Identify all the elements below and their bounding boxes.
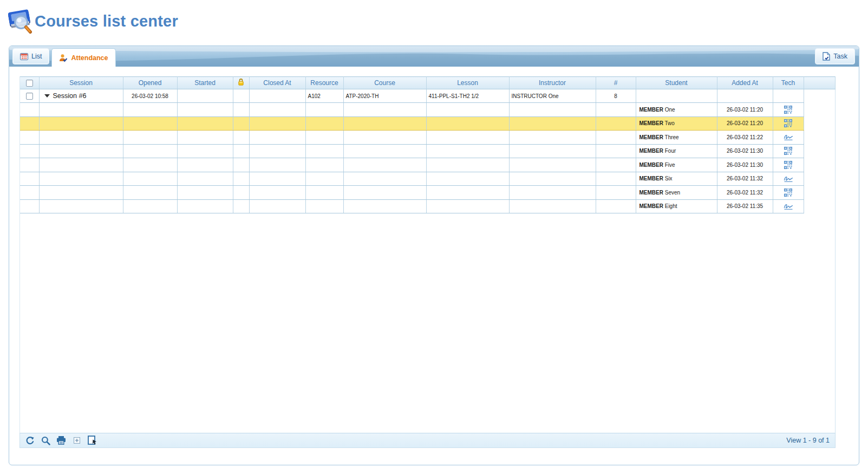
member-student-cell: MEMBER Three — [636, 131, 717, 145]
member-name: Five — [663, 162, 675, 168]
qr-code-icon[interactable] — [784, 189, 792, 197]
print-button[interactable] — [56, 435, 67, 446]
col-header-course[interactable]: Course — [343, 77, 426, 89]
col-header-added-at[interactable]: Added At — [717, 77, 773, 89]
member-tech-cell — [773, 103, 804, 117]
member-added-at: 26-03-02 11:32 — [717, 186, 773, 200]
member-label: MEMBER — [639, 203, 663, 209]
tabstrip-wave-decoration — [9, 46, 859, 67]
member-student-cell: MEMBER Five — [636, 158, 717, 172]
session-opened: 26-03-02 10:58 — [123, 89, 177, 103]
session-lesson: 411-PPL-S1-TH2 1/2 — [426, 89, 509, 103]
session-row[interactable]: Session #6 26-03-02 10:58 A102 ATP-2020-… — [20, 89, 835, 103]
attendance-table: Session Opened Started Closed At Resourc… — [20, 76, 836, 213]
signature-icon[interactable] — [783, 133, 794, 141]
grid-content: Session Opened Started Closed At Resourc… — [9, 67, 859, 448]
session-started — [177, 89, 233, 103]
col-header-count[interactable]: # — [596, 77, 636, 89]
refresh-icon — [25, 436, 35, 445]
collapse-icon[interactable] — [44, 94, 50, 98]
grid-viewport: Session Opened Started Closed At Resourc… — [19, 76, 836, 433]
session-name: Session #6 — [53, 92, 87, 100]
member-tech-cell — [773, 144, 804, 158]
member-student-cell: MEMBER Two — [636, 116, 717, 131]
member-row[interactable]: MEMBER Five 26-03-02 11:30 — [20, 158, 835, 172]
member-added-at: 26-03-02 11:32 — [717, 172, 773, 186]
member-tech-cell — [773, 172, 804, 186]
signature-icon[interactable] — [783, 175, 794, 183]
member-name: Seven — [663, 190, 680, 196]
qr-code-icon[interactable] — [784, 147, 792, 155]
member-tech-cell — [773, 116, 804, 131]
select-records-button[interactable] — [87, 435, 98, 446]
member-row[interactable]: MEMBER Eight 26-03-02 11:35 — [20, 199, 835, 213]
refresh-button[interactable] — [24, 435, 35, 446]
col-header-lesson[interactable]: Lesson — [426, 77, 509, 89]
grid-footer-toolbar: View 1 - 9 of 1 — [19, 433, 836, 448]
member-label: MEMBER — [639, 190, 663, 196]
member-name: One — [663, 107, 675, 113]
session-instructor: INSTRUCTOR One — [509, 89, 596, 103]
attendance-person-icon — [59, 54, 68, 62]
member-row[interactable]: MEMBER Seven 26-03-02 11:32 — [20, 186, 835, 200]
col-header-started[interactable]: Started — [177, 77, 233, 89]
col-header-resource[interactable]: Resource — [305, 77, 343, 89]
page-title: Courses list center — [35, 12, 178, 30]
member-tech-cell — [773, 158, 804, 172]
session-tech-cell — [773, 89, 804, 103]
view-status: View 1 - 9 of 1 — [786, 437, 835, 444]
member-label: MEMBER — [639, 107, 663, 113]
col-header-session[interactable]: Session — [39, 77, 123, 89]
session-course: ATP-2020-TH — [343, 89, 426, 103]
member-added-at: 26-03-02 11:30 — [717, 144, 773, 158]
col-header-closed-at[interactable]: Closed At — [249, 77, 305, 89]
qr-code-icon[interactable] — [784, 161, 792, 169]
session-checkbox[interactable] — [26, 93, 33, 100]
member-row[interactable]: MEMBER Six 26-03-02 11:32 — [20, 172, 835, 186]
member-added-at: 26-03-02 11:20 — [717, 103, 773, 117]
member-student-cell: MEMBER One — [636, 103, 717, 117]
col-header-instructor[interactable]: Instructor — [509, 77, 596, 89]
qr-code-icon[interactable] — [784, 119, 792, 127]
member-added-at: 26-03-02 11:35 — [717, 199, 773, 213]
task-document-icon — [823, 52, 830, 61]
member-row[interactable]: MEMBER Four 26-03-02 11:30 — [20, 144, 835, 158]
tab-task-label: Task — [833, 53, 847, 60]
member-name: Three — [663, 134, 679, 140]
session-student-cell — [636, 89, 717, 103]
page-header: Courses list center — [0, 0, 868, 39]
session-name-cell: Session #6 — [39, 89, 123, 103]
member-label: MEMBER — [639, 148, 663, 154]
member-row[interactable]: MEMBER One 26-03-02 11:20 — [20, 103, 835, 117]
expand-button[interactable] — [71, 435, 82, 446]
search-icon — [41, 436, 50, 445]
tab-task[interactable]: Task — [815, 48, 855, 64]
tab-attendance-label: Attendance — [71, 54, 108, 62]
col-header-lock[interactable] — [233, 77, 249, 89]
col-header-student[interactable]: Student — [636, 77, 717, 89]
member-row[interactable]: MEMBER Three 26-03-02 11:22 — [20, 131, 835, 145]
expand-plus-icon — [74, 437, 80, 444]
member-tech-cell — [773, 199, 804, 213]
member-row[interactable]: MEMBER Two 26-03-02 11:20 — [20, 116, 835, 131]
member-name: Eight — [663, 203, 677, 209]
member-tech-cell — [773, 131, 804, 145]
signature-icon[interactable] — [783, 203, 794, 210]
main-panel: List Attendance Task — [9, 46, 859, 465]
search-button[interactable] — [40, 435, 51, 446]
col-header-filler — [804, 77, 835, 89]
member-label: MEMBER — [639, 134, 663, 140]
tab-list[interactable]: List — [12, 48, 49, 64]
member-label: MEMBER — [639, 176, 663, 181]
session-resource: A102 — [305, 89, 343, 103]
tab-attendance[interactable]: Attendance — [51, 48, 115, 67]
tab-list-label: List — [31, 53, 42, 60]
qr-code-icon[interactable] — [784, 106, 792, 114]
col-header-opened[interactable]: Opened — [123, 77, 177, 89]
select-all-checkbox[interactable] — [26, 80, 33, 87]
member-label: MEMBER — [639, 162, 663, 168]
grid-body: Session #6 26-03-02 10:58 A102 ATP-2020-… — [20, 89, 835, 213]
col-header-tech[interactable]: Tech — [773, 77, 804, 89]
member-added-at: 26-03-02 11:30 — [717, 158, 773, 172]
member-student-cell: MEMBER Seven — [636, 186, 717, 200]
